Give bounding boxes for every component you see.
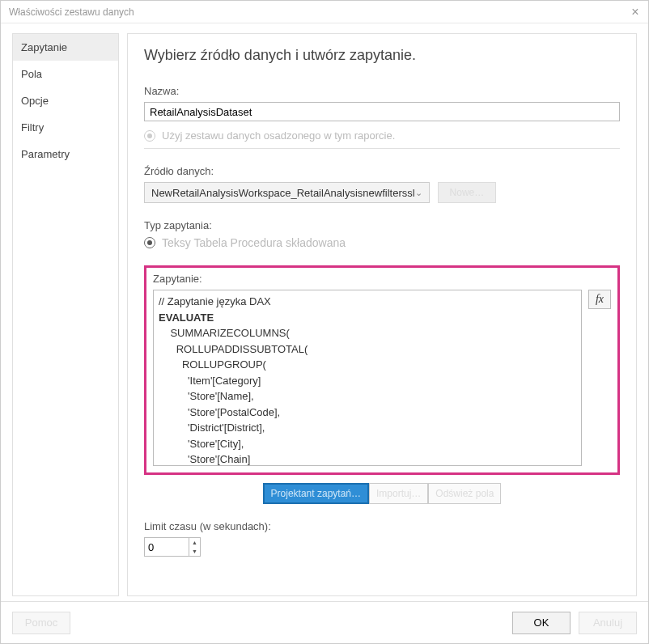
- timeout-label: Limit czasu (w sekundach):: [144, 520, 620, 532]
- new-datasource-button: Nowe…: [438, 182, 497, 203]
- name-input[interactable]: [144, 102, 620, 121]
- sidebar: Zapytanie Pola Opcje Filtry Parametry: [12, 33, 119, 596]
- spinner-down-icon[interactable]: ▼: [189, 547, 200, 556]
- page-heading: Wybierz źródło danych i utwórz zapytanie…: [144, 47, 620, 64]
- sidebar-item-opcje[interactable]: Opcje: [13, 87, 118, 114]
- query-textarea[interactable]: // Zapytanie języka DAX EVALUATE SUMMARI…: [153, 290, 582, 466]
- content-panel: Wybierz źródło danych i utwórz zapytanie…: [127, 33, 637, 596]
- titlebar: Właściwości zestawu danych ×: [1, 1, 648, 23]
- embedded-dataset-label: Użyj zestawu danych osadzonego w tym rap…: [162, 129, 395, 142]
- query-designer-button[interactable]: Projektant zapytań…: [263, 483, 369, 504]
- query-highlight-box: Zapytanie: // Zapytanie języka DAX EVALU…: [144, 265, 620, 475]
- close-icon[interactable]: ×: [627, 5, 643, 19]
- embedded-dataset-radio: Użyj zestawu danych osadzonego w tym rap…: [144, 129, 620, 142]
- spinner-up-icon[interactable]: ▲: [189, 538, 200, 547]
- help-button: Pomoc: [12, 612, 70, 634]
- dialog: Właściwości zestawu danych × Zapytanie P…: [0, 0, 649, 644]
- refresh-fields-button[interactable]: Odśwież pola: [428, 483, 501, 504]
- sidebar-item-pola[interactable]: Pola: [13, 61, 118, 87]
- radio-icon[interactable]: [144, 237, 155, 248]
- dialog-title: Właściwości zestawu danych: [9, 6, 134, 18]
- sidebar-item-zapytanie[interactable]: Zapytanie: [13, 34, 118, 61]
- timeout-spinner[interactable]: ▲ ▼: [144, 537, 201, 557]
- datasource-select[interactable]: NewRetailAnalysisWorkspace_RetailAnalysi…: [144, 182, 430, 203]
- timeout-input[interactable]: [144, 537, 189, 557]
- radio-icon: [144, 130, 155, 142]
- query-type-radio-group: Teksy Tabela Procedura składowana: [144, 236, 620, 249]
- chevron-down-icon: ⌄: [415, 188, 422, 198]
- dialog-body: Zapytanie Pola Opcje Filtry Parametry Wy…: [1, 23, 648, 601]
- name-label: Nazwa:: [144, 85, 620, 97]
- datasource-label: Źródło danych:: [144, 165, 620, 177]
- sidebar-item-parametry[interactable]: Parametry: [13, 141, 118, 167]
- dialog-footer: Pomoc OK Anuluj: [1, 601, 648, 643]
- sidebar-item-filtry[interactable]: Filtry: [13, 114, 118, 141]
- divider: [144, 148, 620, 149]
- import-button[interactable]: Importuj…: [369, 483, 428, 504]
- query-label: Zapytanie:: [153, 273, 611, 285]
- cancel-button[interactable]: Anuluj: [579, 612, 637, 634]
- ok-button[interactable]: OK: [512, 612, 571, 634]
- query-type-options: Teksy Tabela Procedura składowana: [162, 236, 346, 249]
- fx-button[interactable]: fx: [588, 290, 611, 309]
- datasource-value: NewRetailAnalysisWorkspace_RetailAnalysi…: [151, 187, 415, 199]
- query-type-label: Typ zapytania:: [144, 219, 620, 231]
